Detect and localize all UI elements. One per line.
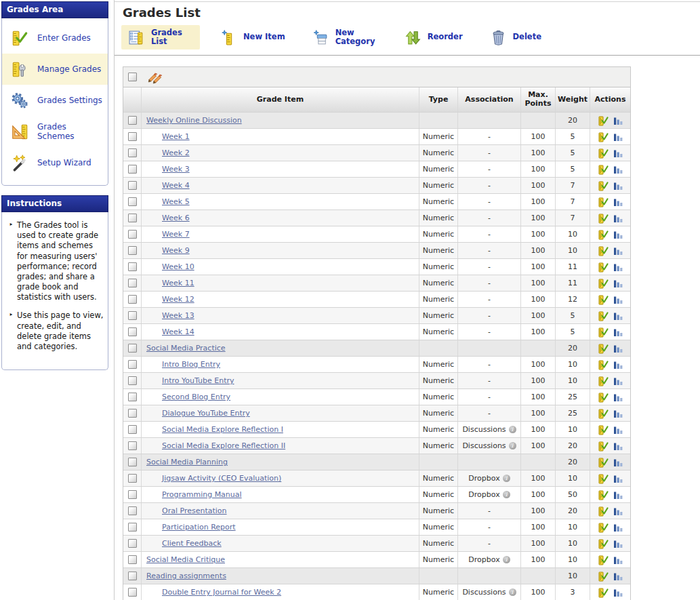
statistics-bar-chart-icon[interactable] — [613, 164, 623, 175]
grade-ruler-check-icon[interactable] — [598, 180, 609, 191]
grade-item-link[interactable]: Week 2 — [162, 148, 190, 157]
row-checkbox[interactable] — [128, 523, 137, 532]
grade-item-link[interactable]: Second Blog Entry — [162, 393, 230, 401]
grade-item-link[interactable]: Weekly Online Discussion — [146, 116, 242, 125]
grade-ruler-check-icon[interactable] — [598, 555, 609, 565]
grade-ruler-check-icon[interactable] — [598, 587, 609, 598]
row-checkbox[interactable] — [128, 181, 137, 190]
statistics-bar-chart-icon[interactable] — [613, 148, 623, 159]
grade-ruler-check-icon[interactable] — [598, 489, 609, 500]
grade-item-link[interactable]: Week 1 — [162, 132, 190, 141]
grade-ruler-check-icon[interactable] — [598, 115, 609, 126]
info-icon[interactable]: i — [503, 491, 510, 498]
grade-ruler-check-icon[interactable] — [598, 229, 609, 240]
grade-item-link[interactable]: Week 11 — [162, 279, 194, 287]
sidebar-link-grades-settings[interactable]: Grades Settings — [37, 96, 102, 105]
statistics-bar-chart-icon[interactable] — [613, 392, 623, 403]
statistics-bar-chart-icon[interactable] — [613, 408, 623, 419]
grade-item-link[interactable]: Week 12 — [162, 295, 194, 304]
grade-item-link[interactable]: Week 13 — [162, 311, 194, 320]
sidebar-link-manage-grades[interactable]: Manage Grades — [37, 64, 101, 74]
pencils-icon[interactable] — [147, 71, 163, 84]
grade-ruler-check-icon[interactable] — [598, 132, 609, 142]
statistics-bar-chart-icon[interactable] — [613, 555, 623, 565]
grade-item-link[interactable]: Jigsaw Activity (CEO Evaluation) — [162, 474, 281, 483]
row-checkbox[interactable] — [128, 376, 137, 385]
grade-item-link[interactable]: Reading assignments — [146, 572, 226, 580]
sidebar-item-grades-settings[interactable]: Grades Settings — [2, 85, 108, 116]
select-all-checkbox[interactable] — [128, 73, 137, 81]
row-checkbox[interactable] — [128, 425, 137, 434]
grade-item-link[interactable]: Week 3 — [162, 165, 190, 174]
row-checkbox[interactable] — [128, 246, 137, 255]
sidebar-link-grades-schemes[interactable]: Grades Schemes — [37, 122, 104, 141]
grade-ruler-check-icon[interactable] — [598, 538, 609, 549]
statistics-bar-chart-icon[interactable] — [613, 376, 623, 386]
grade-item-link[interactable]: Double Entry Journal for Week 2 — [162, 588, 281, 597]
row-checkbox[interactable] — [128, 409, 137, 418]
statistics-bar-chart-icon[interactable] — [613, 294, 623, 305]
grade-ruler-check-icon[interactable] — [598, 197, 609, 207]
row-checkbox[interactable] — [128, 344, 137, 353]
grade-item-link[interactable]: Intro YouTube Entry — [162, 376, 234, 385]
statistics-bar-chart-icon[interactable] — [613, 213, 623, 224]
statistics-bar-chart-icon[interactable] — [613, 245, 623, 256]
grade-item-link[interactable]: Week 5 — [162, 197, 190, 206]
grade-ruler-check-icon[interactable] — [598, 424, 609, 435]
grade-ruler-check-icon[interactable] — [598, 262, 609, 273]
toolbar-button-grades-list[interactable]: Grades List — [121, 25, 200, 49]
grade-item-link[interactable]: Social Media Critique — [146, 555, 225, 564]
grade-item-link[interactable]: Client Feedback — [162, 539, 222, 548]
statistics-bar-chart-icon[interactable] — [613, 441, 623, 452]
statistics-bar-chart-icon[interactable] — [613, 457, 623, 468]
grade-item-link[interactable]: Week 10 — [162, 262, 194, 271]
grade-ruler-check-icon[interactable] — [598, 392, 609, 403]
statistics-bar-chart-icon[interactable] — [613, 180, 623, 191]
statistics-bar-chart-icon[interactable] — [613, 327, 623, 338]
statistics-bar-chart-icon[interactable] — [613, 311, 623, 321]
row-checkbox[interactable] — [128, 588, 137, 597]
statistics-bar-chart-icon[interactable] — [613, 571, 623, 582]
row-checkbox[interactable] — [128, 279, 137, 287]
statistics-bar-chart-icon[interactable] — [613, 473, 623, 484]
row-checkbox[interactable] — [128, 506, 137, 515]
info-icon[interactable]: i — [509, 426, 516, 433]
sidebar-item-manage-grades[interactable]: Manage Grades — [2, 54, 108, 85]
grade-item-link[interactable]: Social Media Explore Reflection II — [162, 441, 285, 450]
grade-item-link[interactable]: Week 9 — [162, 246, 190, 255]
statistics-bar-chart-icon[interactable] — [613, 262, 623, 273]
grade-ruler-check-icon[interactable] — [598, 571, 609, 582]
row-checkbox[interactable] — [128, 148, 137, 157]
info-icon[interactable]: i — [509, 588, 516, 596]
row-checkbox[interactable] — [128, 311, 137, 320]
sidebar-link-enter-grades[interactable]: Enter Grades — [37, 33, 91, 43]
grade-ruler-check-icon[interactable] — [598, 359, 609, 370]
grade-ruler-check-icon[interactable] — [598, 473, 609, 484]
grade-item-link[interactable]: Week 6 — [162, 214, 190, 222]
grade-ruler-check-icon[interactable] — [598, 327, 609, 338]
statistics-bar-chart-icon[interactable] — [613, 538, 623, 549]
grade-ruler-check-icon[interactable] — [598, 457, 609, 468]
row-checkbox[interactable] — [128, 116, 137, 125]
grade-ruler-check-icon[interactable] — [598, 294, 609, 305]
grade-ruler-check-icon[interactable] — [598, 311, 609, 321]
row-checkbox[interactable] — [128, 262, 137, 271]
grade-ruler-check-icon[interactable] — [598, 522, 609, 533]
statistics-bar-chart-icon[interactable] — [613, 506, 623, 517]
info-icon[interactable]: i — [509, 442, 516, 449]
grade-ruler-check-icon[interactable] — [598, 213, 609, 224]
row-checkbox[interactable] — [128, 214, 137, 222]
row-checkbox[interactable] — [128, 327, 137, 336]
row-checkbox[interactable] — [128, 197, 137, 206]
grade-item-link[interactable]: Social Media Planning — [146, 458, 228, 466]
statistics-bar-chart-icon[interactable] — [613, 359, 623, 370]
row-checkbox[interactable] — [128, 441, 137, 450]
sidebar-item-setup-wizard[interactable]: Setup Wizard — [2, 147, 108, 178]
grade-item-link[interactable]: Dialogue YouTube Entry — [162, 409, 250, 418]
statistics-bar-chart-icon[interactable] — [613, 343, 623, 354]
row-checkbox[interactable] — [128, 539, 137, 548]
grade-ruler-check-icon[interactable] — [598, 164, 609, 175]
statistics-bar-chart-icon[interactable] — [613, 587, 623, 598]
sidebar-link-setup-wizard[interactable]: Setup Wizard — [37, 158, 91, 167]
row-checkbox[interactable] — [128, 474, 137, 483]
